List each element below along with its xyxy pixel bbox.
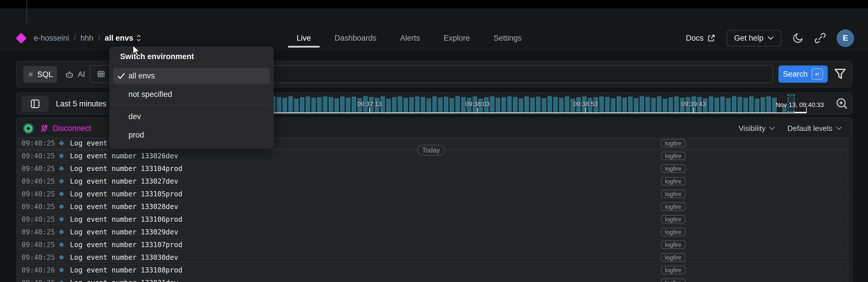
histogram-bar — [524, 96, 529, 113]
environment-selector[interactable]: all envs — [105, 34, 141, 43]
log-level-diamond-icon — [59, 255, 64, 260]
live-recording-inner — [25, 124, 32, 132]
disconnect-label: Disconnect — [53, 124, 91, 133]
default-levels-dropdown[interactable]: Default levels — [787, 124, 842, 133]
timeline-tick-mark — [369, 108, 370, 113]
check-icon — [117, 72, 126, 80]
share-link-icon[interactable] — [815, 33, 826, 44]
env-option-all-envs[interactable]: all envs — [113, 68, 270, 84]
log-timestamp: 09:40:25 — [22, 139, 60, 147]
histogram-bar — [311, 98, 316, 113]
ai-mode-button[interactable]: AI — [61, 66, 89, 83]
live-recording-icon[interactable] — [23, 123, 34, 134]
unplug-icon — [39, 123, 49, 133]
disconnect-button[interactable]: Disconnect — [39, 118, 91, 139]
default-levels-label: Default levels — [787, 124, 832, 133]
log-message: Log event — [70, 139, 107, 147]
time-range-selector[interactable]: Last 5 minutes — [56, 92, 116, 115]
visibility-dropdown[interactable]: Visibility — [738, 124, 775, 133]
scope-badge: logfire — [661, 279, 685, 282]
search-button[interactable]: Search ↵ — [778, 65, 828, 83]
histogram-bar — [329, 97, 333, 113]
env-option-prod[interactable]: prod — [113, 127, 270, 143]
log-row[interactable]: 09:40:25Log event number 133105prodlogfi… — [18, 188, 848, 200]
log-timestamp: 09:40:25 — [22, 253, 60, 261]
histogram-bar — [761, 97, 765, 113]
timeline-tick-mark — [585, 108, 586, 113]
zoom-in-button[interactable] — [835, 97, 849, 110]
docs-link[interactable]: Docs — [686, 34, 716, 43]
log-row[interactable]: 09:40:26Log event number 133108prodlogfi… — [18, 264, 848, 276]
timeline-tick-label: 09:38:03 — [449, 100, 506, 108]
user-avatar[interactable]: E — [837, 29, 854, 47]
tab-settings[interactable]: Settings — [494, 34, 522, 43]
get-help-label: Get help — [734, 34, 764, 43]
histogram-bar — [726, 98, 731, 113]
breadcrumb-org[interactable]: e-hosseini — [34, 34, 69, 43]
mouse-cursor — [132, 45, 142, 57]
log-message: Log event number 133106prod — [70, 216, 182, 223]
sidebar-toggle-button[interactable] — [21, 96, 49, 112]
log-timestamp: 09:40:25 — [22, 203, 60, 211]
histogram-bar — [282, 98, 287, 113]
histogram-bar — [766, 96, 771, 113]
log-timestamp: 09:40:26 — [22, 279, 60, 282]
log-row[interactable]: 09:40:25Log event number 133106prodlogfi… — [18, 214, 848, 225]
log-level-diamond-icon — [59, 166, 64, 171]
dark-mode-moon-icon[interactable] — [792, 32, 804, 44]
tab-explore[interactable]: Explore — [443, 34, 470, 43]
histogram-bar — [403, 98, 408, 113]
log-row[interactable]: 09:40:25Log event number 133028devlogfir… — [18, 201, 848, 212]
panel-left-icon — [30, 98, 40, 109]
log-timestamp: 09:40:25 — [22, 228, 60, 236]
log-timestamp: 09:40:26 — [22, 266, 60, 274]
scope-badge: logfire — [661, 139, 685, 147]
histogram-bar — [277, 97, 281, 113]
log-row[interactable]: 09:40:25Log event number 133104prodlogfi… — [18, 163, 848, 174]
external-link-icon — [707, 34, 716, 43]
scope-badge: logfire — [661, 215, 685, 223]
timeline-tick-label: 09:37:13 — [341, 100, 398, 108]
tab-alerts[interactable]: Alerts — [400, 34, 420, 43]
histogram-bar — [749, 96, 754, 113]
log-message: Log event number 133031dev — [70, 279, 178, 282]
histogram-bar — [317, 97, 322, 113]
histogram-bar — [323, 96, 328, 113]
get-help-button[interactable]: Get help — [726, 30, 781, 47]
log-row[interactable]: 09:40:25Log event number 133030devlogfir… — [18, 252, 848, 263]
updown-chevron-icon — [136, 34, 141, 42]
breadcrumb-project[interactable]: hhh — [80, 34, 93, 43]
scope-badge: logfire — [661, 164, 685, 173]
histogram-bar — [415, 96, 420, 113]
histogram-bar — [743, 98, 748, 113]
log-timestamp: 09:40:25 — [22, 216, 60, 223]
histogram-bar — [542, 98, 546, 113]
log-message: Log event number 133029dev — [70, 228, 178, 236]
env-option-not-specified[interactable]: not specified — [113, 86, 270, 102]
log-row[interactable]: 09:40:25Log event number 133027devlogfir… — [18, 176, 848, 187]
timeline-end-label: Nov 13, 09:40:33 — [771, 101, 829, 109]
scope-badge: logfire — [661, 202, 685, 211]
tab-dashboards[interactable]: Dashboards — [335, 34, 377, 43]
histogram-bar — [432, 96, 437, 113]
filter-funnel-icon[interactable] — [833, 67, 847, 81]
docs-label: Docs — [686, 34, 704, 43]
log-row[interactable]: 09:40:25Log event number 133029devlogfir… — [18, 226, 848, 237]
env-option-label: prod — [128, 131, 144, 140]
log-row[interactable]: 09:40:25Log event number 133107prodlogfi… — [18, 239, 848, 250]
sql-mode-button[interactable]: ✳ SQL — [23, 66, 57, 83]
histogram-bar — [306, 96, 310, 113]
visibility-label: Visibility — [738, 124, 765, 133]
log-message: Log event number 133027dev — [70, 177, 178, 186]
breadcrumb: e-hosseini / hhh / all envs — [16, 29, 141, 48]
histogram-bar — [536, 96, 540, 113]
scope-badge: logfire — [661, 241, 685, 249]
env-option-dev[interactable]: dev — [113, 108, 270, 124]
today-label: Today — [422, 146, 440, 154]
log-row[interactable]: 09:40:26Log event number 133031devlogfir… — [18, 277, 848, 282]
robot-icon — [64, 69, 74, 79]
tab-live[interactable]: Live — [297, 34, 311, 43]
histogram-bar — [288, 96, 293, 113]
histogram-bar — [628, 96, 633, 113]
avatar-letter: E — [843, 33, 848, 43]
